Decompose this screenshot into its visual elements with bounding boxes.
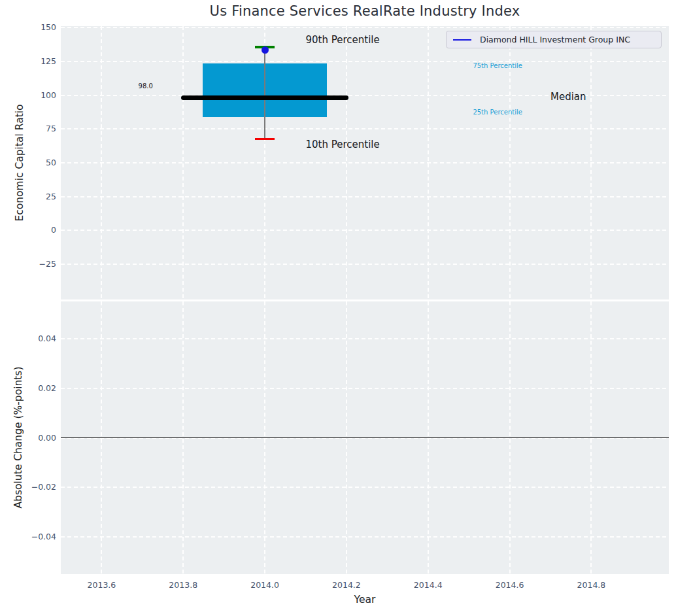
zero-line: [61, 437, 669, 439]
y-tick-label: −0.02: [5, 483, 56, 492]
p10-cap: [255, 138, 275, 140]
h-gridline: [61, 536, 669, 538]
h-gridline: [61, 487, 669, 488]
y-tick-label: 0.04: [5, 335, 56, 343]
figure: Us Finance Services RealRate Industry In…: [0, 0, 676, 616]
x-tick-label: 2013.6: [72, 581, 131, 590]
chart-title: Us Finance Services RealRate Industry In…: [61, 3, 669, 19]
legend-line-sample-icon: [453, 39, 471, 41]
x-axis-label: Year: [61, 594, 669, 606]
annotation-75th-percentile: 75th Percentile: [473, 63, 522, 69]
y-tick-label: 0: [5, 226, 56, 235]
x-tick-label: 2014.0: [235, 581, 294, 590]
x-tick-label: 2014.2: [317, 581, 376, 590]
y-tick-label: 50: [5, 159, 56, 167]
h-gridline: [61, 128, 669, 129]
y-tick-label: 100: [5, 92, 56, 100]
y-tick-label: −25: [5, 260, 56, 269]
annotation-90th-percentile: 90th Percentile: [305, 35, 379, 45]
x-tick-label: 2014.6: [481, 581, 539, 590]
legend: Diamond HILL Investment Group INC: [446, 31, 662, 48]
axes-absolute-change: [61, 301, 669, 574]
y-tick-label: 125: [5, 58, 56, 66]
y-tick-label: 0.02: [5, 385, 56, 393]
h-gridline: [61, 27, 669, 28]
y-tick-label: −0.04: [5, 533, 56, 541]
h-gridline: [61, 264, 669, 265]
company-marker: [262, 46, 269, 54]
x-tick-label: 2014.4: [399, 581, 458, 590]
h-gridline: [61, 388, 669, 389]
y-tick-label: 150: [5, 24, 56, 32]
x-tick-label: 2014.8: [562, 581, 620, 590]
annotation-98-0: 98.0: [139, 83, 153, 90]
y-tick-label: 75: [5, 125, 56, 133]
y-tick-label: 0.00: [5, 434, 56, 443]
h-gridline: [61, 338, 669, 339]
axes-economic-capital-ratio: 90th Percentile10th Percentile75th Perce…: [61, 26, 669, 299]
median-line: [181, 95, 348, 100]
annotation-median: Median: [550, 92, 586, 102]
x-tick-label: 2013.8: [154, 581, 212, 590]
h-gridline: [61, 230, 669, 231]
h-gridline: [61, 162, 669, 163]
box-whisker-line: [264, 47, 265, 139]
h-gridline: [61, 61, 669, 62]
annotation-25th-percentile: 25th Percentile: [473, 109, 522, 116]
y-tick-label: 25: [5, 193, 56, 201]
annotation-10th-percentile: 10th Percentile: [305, 140, 379, 150]
legend-label: Diamond HILL Investment Group INC: [480, 35, 630, 44]
h-gridline: [61, 196, 669, 197]
